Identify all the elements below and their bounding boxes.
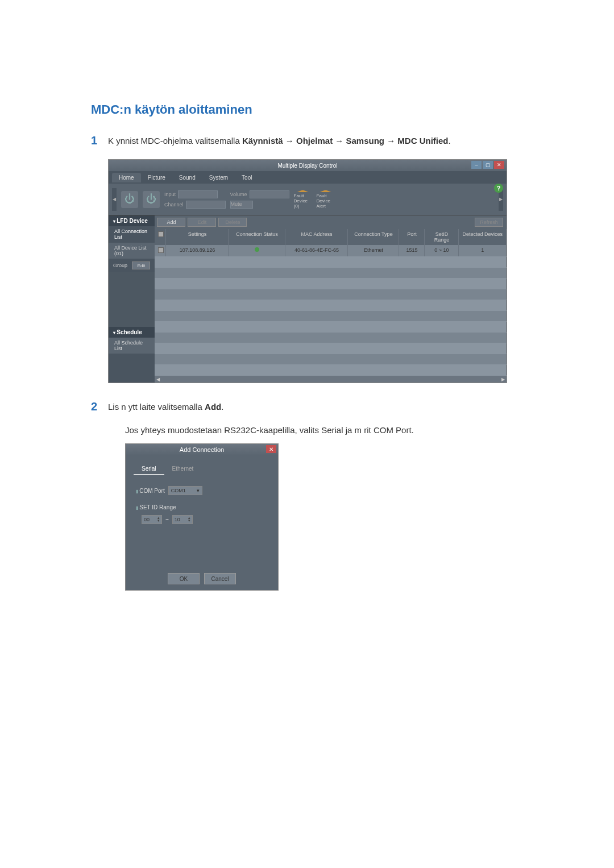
volume-input[interactable] [250,190,289,198]
mute-button[interactable]: Mute [230,201,253,209]
cell-connection-type: Ethernet [348,245,399,256]
menu-sound[interactable]: Sound [172,173,202,182]
channel-label: Channel [164,201,226,209]
menu-picture[interactable]: Picture [141,173,172,182]
channel-select[interactable] [186,201,226,209]
schedule-header[interactable]: Schedule [109,327,155,338]
volume-label: Volume [230,190,289,198]
left-panel: LFD Device All Connection List All Devic… [109,215,155,383]
dialog-close-button[interactable]: ✕ [266,445,276,453]
nav-left-icon[interactable]: ◀ [112,188,117,211]
menu-home[interactable]: Home [112,173,141,182]
step-number-2: 2 [91,400,108,414]
group-label: Group [113,263,127,268]
fault-device-icon[interactable]: Fault Device (0) [294,190,312,209]
right-panel: Add Edit Delete Refresh Settings Connect… [155,215,507,383]
cell-setid: 0 ~ 10 [425,245,459,256]
add-button[interactable]: Add [157,218,185,227]
minimize-button[interactable]: – [471,161,482,169]
all-connection-list[interactable]: All Connection List [109,226,155,243]
edit-button[interactable]: Edit [188,218,216,227]
menu-tool[interactable]: Tool [235,173,259,182]
all-device-list[interactable]: All Device List (01) [109,243,155,259]
mute-label: Mute [230,201,289,209]
cell-port: 1515 [399,245,425,256]
fault-alert-icon[interactable]: Fault Device Alert [317,190,335,209]
th-connection-status: Connection Status [229,229,285,245]
comport-label: COM Port [136,488,165,494]
step-2-text: Lis n ytt laite valitsemalla Add. [108,400,223,414]
add-connection-dialog: Add Connection ✕ Serial Ethernet COM Por… [125,443,279,591]
th-detected-devices: Detected Devices [459,229,507,245]
serial-tab[interactable]: Serial [134,463,164,475]
menu-system[interactable]: System [202,173,235,182]
horizontal-scrollbar[interactable]: ◀ ▶ [155,376,507,383]
group-row: Group Edit [109,259,155,272]
cancel-button[interactable]: Cancel [204,573,236,584]
cell-mac: 40-61-86-4E-FC-65 [285,245,348,256]
scroll-right-icon[interactable]: ▶ [500,377,507,382]
ethernet-tab[interactable]: Ethernet [164,463,202,475]
section-title: MDC:n käytön aloittaminen [91,102,523,117]
power-off-icon[interactable]: ⏻ [143,191,160,208]
scroll-left-icon[interactable]: ◀ [155,377,161,382]
chevron-down-icon: ▾ [197,488,200,493]
close-button[interactable]: ✕ [494,161,504,169]
dialog-title: Add Connection [180,446,224,453]
all-schedule-list[interactable]: All Schedule List [109,338,155,354]
th-checkbox[interactable] [155,229,166,245]
range-separator: ~ [165,517,169,523]
delete-button[interactable]: Delete [218,218,247,227]
lfd-device-header[interactable]: LFD Device [109,215,155,226]
step-1-text: K ynnist MDC-ohjelma valitsemalla Käynni… [108,134,451,148]
status-dot-icon [255,247,259,252]
device-table: Settings Connection Status MAC Address C… [155,229,507,376]
th-settings: Settings [166,229,229,245]
comport-select[interactable]: COM1 ▾ [168,486,202,495]
power-on-icon[interactable]: ⏻ [121,191,138,208]
table-row[interactable]: 107.108.89.126 40-61-86-4E-FC-65 Etherne… [155,245,507,257]
range-to-spinner[interactable]: 10 ▴▾ [172,515,193,524]
group-edit-button[interactable]: Edit [132,261,150,269]
step-2-subtext: Jos yhteys muodostetaan RS232C-kaapelill… [125,425,523,435]
mdc-app-window: Multiple Display Control – ▢ ✕ Home Pict… [108,159,507,383]
input-label: Input [164,190,226,198]
input-select[interactable] [178,190,218,198]
menubar: Home Picture Sound System Tool ? [109,171,507,184]
dialog-titlebar: Add Connection ✕ [126,444,278,455]
range-from-spinner[interactable]: 00 ▴▾ [142,515,162,524]
refresh-button[interactable]: Refresh [475,218,503,227]
titlebar: Multiple Display Control – ▢ ✕ [109,160,507,171]
window-title: Multiple Display Control [277,163,337,169]
th-connection-type: Connection Type [348,229,399,245]
cell-detected: 1 [459,245,507,256]
maximize-button[interactable]: ▢ [483,161,493,169]
help-icon[interactable]: ? [494,184,503,193]
setid-range-label: ▮ SET ID Range [136,504,176,510]
th-port: Port [399,229,425,245]
toolbar: ◀ ⏻ ⏻ Input Channel Volume Mute Fault De… [109,184,507,215]
th-mac: MAC Address [285,229,348,245]
step-number-1: 1 [91,134,108,148]
cell-status [229,245,285,256]
ok-button[interactable]: OK [168,573,200,584]
th-setid-range: SetID Range [425,229,459,245]
cell-settings: 107.108.89.126 [166,245,229,256]
row-checkbox[interactable] [158,247,164,253]
